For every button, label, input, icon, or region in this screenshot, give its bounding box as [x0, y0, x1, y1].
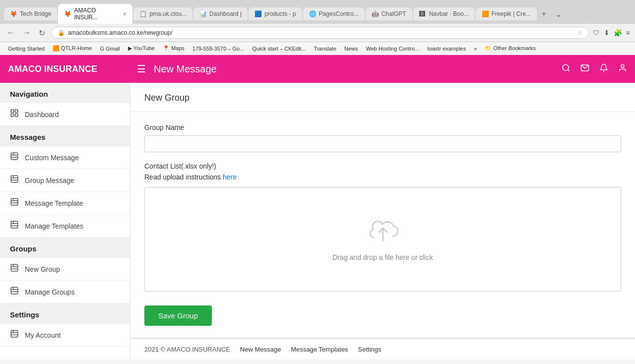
manage-groups-icon — [10, 286, 19, 298]
sidebar-manage-groups-label: Manage Groups — [25, 288, 74, 296]
sidebar-dashboard-label: Dashboard — [25, 111, 59, 119]
bookmark-phone[interactable]: 179-559-3570 – Go... — [190, 45, 248, 53]
tab-dashboard[interactable]: 📊 Dashboard | — [193, 7, 248, 20]
bookmark-qtlr[interactable]: 🟧 QTLR-Home — [50, 44, 95, 53]
sidebar-item-dashboard[interactable]: Dashboard — [0, 103, 130, 126]
svg-rect-16 — [11, 198, 18, 205]
upload-dropzone[interactable]: Drag and drop a file here or click — [144, 187, 621, 292]
tab-label: AMACO INSUR... — [74, 7, 120, 21]
bookmark-hosting[interactable]: Web Hosting Contro... — [363, 45, 423, 53]
menu-icon[interactable]: ≡ — [626, 29, 630, 37]
my-account-icon — [10, 329, 19, 341]
tab-favicon: 🅱 — [419, 10, 426, 17]
upload-instructions-text: Read upload instructions — [144, 173, 223, 181]
download-icon[interactable]: ⬇ — [604, 29, 610, 37]
section-header: New Group — [130, 83, 635, 112]
back-button[interactable]: ← — [5, 27, 17, 38]
sidebar-item-custom-message[interactable]: Custom Message — [0, 146, 130, 169]
tab-list-button[interactable]: ⌄ — [551, 7, 566, 21]
group-name-input[interactable] — [144, 135, 621, 152]
footer-link-settings[interactable]: Settings — [358, 346, 381, 353]
sidebar-settings-title: Settings — [0, 303, 130, 324]
svg-rect-20 — [11, 221, 18, 228]
sidebar-item-manage-templates[interactable]: Manage Templates — [0, 215, 130, 238]
manage-templates-icon — [10, 220, 19, 232]
address-bar[interactable]: 🔒 amacobulksms.amaco.co.ke/newgroup/ ☆ — [51, 27, 589, 39]
sidebar-new-group-label: New Group — [25, 265, 60, 273]
bookmark-getting-started[interactable]: Getting Started — [5, 45, 48, 53]
group-message-icon — [10, 175, 19, 186]
cloud-upload-icon — [367, 217, 399, 247]
app-brand: AMACO INSURANCE — [8, 64, 137, 74]
email-icon-button[interactable] — [580, 63, 589, 75]
bookmark-youtube[interactable]: ▶ YouTube — [125, 44, 158, 53]
shield-icon[interactable]: 🛡 — [593, 29, 600, 37]
search-icon-button[interactable] — [562, 63, 571, 75]
svg-point-0 — [563, 64, 569, 70]
svg-rect-5 — [15, 110, 18, 112]
bookmark-star-icon[interactable]: ☆ — [577, 29, 582, 36]
tab-tech-bridge[interactable]: 🦊 Tech Bridge — [4, 7, 57, 20]
main-content: New Group Group Name Contact List(.xlsx … — [130, 83, 635, 360]
app-body: Navigation Dashboard Messages Custom Mes… — [0, 83, 635, 360]
tab-close-icon[interactable]: ✕ — [123, 11, 127, 17]
tab-favicon: 🌐 — [309, 10, 316, 17]
tab-navbar[interactable]: 🅱 Navbar · Boo... — [413, 7, 475, 20]
save-group-button[interactable]: Save Group — [144, 305, 212, 326]
bookmark-more[interactable]: » — [471, 45, 480, 53]
tab-label: Navbar · Boo... — [429, 10, 469, 17]
bookmark-ckeditor[interactable]: Quick start – CKEdit... — [249, 45, 309, 53]
svg-line-1 — [568, 69, 569, 71]
form-area: Group Name Contact List(.xlsx only!) Rea… — [130, 112, 635, 338]
sidebar-manage-templates-label: Manage Templates — [25, 222, 83, 230]
footer-link-new-message[interactable]: New Message — [240, 346, 281, 353]
browser-toolbar: ← → ↻ 🔒 amacobulksms.amaco.co.ke/newgrou… — [0, 24, 635, 42]
tab-products[interactable]: 🟦 products - p — [249, 7, 302, 20]
reload-button[interactable]: ↻ — [37, 27, 47, 39]
hamburger-button[interactable]: ☰ — [137, 63, 146, 75]
bookmark-news[interactable]: News — [341, 45, 361, 53]
tab-amaco[interactable]: 🦊 AMACO INSUR... ✕ — [58, 4, 132, 24]
sidebar-custom-message-label: Custom Message — [25, 154, 79, 162]
bookmark-gmail[interactable]: G Gmail — [97, 45, 123, 53]
tab-pages[interactable]: 🌐 PagesContro... — [303, 7, 365, 20]
new-group-icon — [10, 263, 19, 275]
app: AMACO INSURANCE ☰ New Message Navigation — [0, 55, 635, 360]
sidebar-group-message-label: Group Message — [25, 177, 74, 184]
tab-favicon: 📋 — [139, 10, 146, 17]
svg-rect-28 — [11, 287, 18, 294]
sidebar-item-new-group[interactable]: New Group — [0, 258, 130, 281]
bell-icon-button[interactable] — [599, 63, 608, 75]
svg-rect-6 — [15, 114, 18, 117]
sidebar-item-manage-groups[interactable]: Manage Groups — [0, 281, 130, 303]
app-footer: 2021 © AMACO INSURANCE New Message Messa… — [130, 338, 635, 360]
sidebar-item-group-message[interactable]: Group Message — [0, 169, 130, 192]
bookmark-maps[interactable]: 📍 Maps — [160, 44, 188, 53]
sidebar-item-my-account[interactable]: My Account — [0, 324, 130, 347]
message-template-icon — [10, 197, 19, 209]
sidebar-messages-title: Messages — [0, 126, 130, 146]
new-tab-button[interactable]: + — [538, 7, 550, 20]
user-icon-button[interactable] — [618, 63, 627, 75]
browser-chrome: 🦊 Tech Bridge 🦊 AMACO INSUR... ✕ 📋 pma.u… — [0, 0, 635, 55]
page-heading: New Group — [144, 93, 621, 103]
tab-label: Tech Bridge — [20, 10, 51, 17]
footer-copyright: 2021 © AMACO INSURANCE — [144, 346, 230, 353]
bookmark-translate[interactable]: Translate — [311, 45, 339, 53]
svg-rect-4 — [11, 110, 13, 112]
extension-icon[interactable]: 🧩 — [614, 29, 622, 37]
sidebar-my-account-label: My Account — [25, 331, 61, 339]
sidebar: Navigation Dashboard Messages Custom Mes… — [0, 83, 130, 360]
bookmark-toastr[interactable]: toastr examples — [425, 45, 469, 53]
upload-instructions-link[interactable]: here — [223, 173, 237, 181]
tab-pma[interactable]: 📋 pma.uk.clou... — [133, 7, 192, 20]
footer-link-message-templates[interactable]: Message Templates — [291, 346, 348, 353]
forward-button[interactable]: → — [21, 27, 33, 38]
sidebar-item-message-template[interactable]: Message Template — [0, 192, 130, 215]
tab-freepik[interactable]: 🟧 Freepik | Cre... — [476, 7, 537, 20]
contact-list-field: Contact List(.xlsx only!) Read upload in… — [144, 162, 621, 292]
bookmark-other[interactable]: 📁 Other Bookmarks — [482, 44, 539, 53]
tab-favicon: 📊 — [199, 10, 206, 17]
tab-chatgpt[interactable]: 🤖 ChatGPT — [366, 7, 412, 20]
tab-label: Freepik | Cre... — [492, 10, 531, 17]
